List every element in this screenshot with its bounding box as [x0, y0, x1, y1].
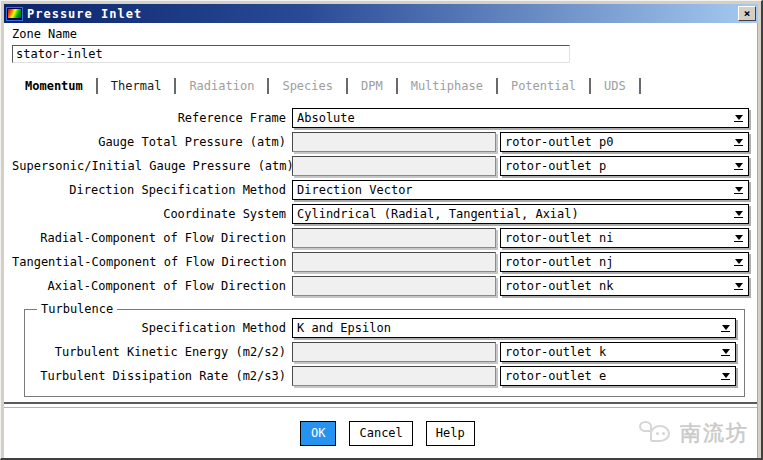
tab-potential: Potential [498, 79, 589, 93]
gauge-total-pressure-atm-input[interactable] [292, 132, 496, 152]
cancel-button[interactable]: Cancel [349, 421, 412, 446]
form-row: Tangential-Component of Flow Directionro… [12, 250, 749, 274]
supersonic-initial-gauge-pressure-atm-label: Supersonic/Initial Gauge Pressure (atm) [12, 159, 292, 173]
zone-name-input[interactable]: stator-inlet [12, 45, 570, 63]
dropdown-arrow-icon[interactable] [720, 349, 731, 356]
gauge-total-pressure-atm-label: Gauge Total Pressure (atm) [12, 135, 292, 149]
turbulent-dissipation-rate-m2-s3-label: Turbulent Dissipation Rate (m2/s3) [33, 369, 292, 383]
tab-radiation: Radiation [176, 79, 267, 93]
form-row: Turbulent Dissipation Rate (m2/s3)rotor-… [33, 364, 736, 388]
turbulence-form: Specification MethodK and EpsilonTurbule… [33, 316, 736, 388]
tab-bar: MomentumThermalRadiationSpeciesDPMMultip… [12, 77, 749, 95]
dialog-body: Zone Name stator-inlet MomentumThermalRa… [4, 23, 758, 458]
watermark-logo-icon [638, 418, 676, 448]
turbulent-dissipation-rate-m2-s3-input[interactable] [292, 366, 496, 386]
form-row: Direction Specification MethodDirection … [12, 178, 749, 202]
selected-value: rotor-outlet ni [505, 231, 729, 245]
turbulent-dissipation-rate-m2-s3-select[interactable]: rotor-outlet e [500, 366, 736, 386]
tab-dpm: DPM [348, 79, 396, 93]
momentum-form: Reference FrameAbsoluteGauge Total Press… [12, 106, 749, 298]
selected-value: K and Epsilon [297, 321, 716, 335]
dropdown-arrow-icon[interactable] [733, 283, 744, 290]
selected-value: rotor-outlet nk [505, 279, 729, 293]
dropdown-arrow-icon[interactable] [733, 211, 744, 218]
turbulent-kinetic-energy-m2-s2-input[interactable] [292, 342, 496, 362]
dropdown-arrow-icon[interactable] [733, 163, 744, 170]
pressure-inlet-dialog: Pressure Inlet × Zone Name stator-inlet … [0, 0, 763, 460]
form-row: Supersonic/Initial Gauge Pressure (atm)r… [12, 154, 749, 178]
form-row: Reference FrameAbsolute [12, 106, 749, 130]
turbulence-group-title: Turbulence [37, 302, 117, 316]
coordinate-system-label: Coordinate System [12, 207, 292, 221]
title-bar[interactable]: Pressure Inlet × [4, 4, 758, 23]
axial-component-of-flow-direction-select[interactable]: rotor-outlet nk [500, 276, 749, 296]
gauge-total-pressure-atm-select[interactable]: rotor-outlet p0 [500, 132, 749, 152]
tangential-component-of-flow-direction-select[interactable]: rotor-outlet nj [500, 252, 749, 272]
axial-component-of-flow-direction-input[interactable] [292, 276, 496, 296]
dropdown-arrow-icon[interactable] [733, 115, 744, 122]
dropdown-arrow-icon[interactable] [720, 373, 731, 380]
dropdown-arrow-icon[interactable] [733, 139, 744, 146]
watermark-text: 南流坊 [680, 419, 749, 447]
tangential-component-of-flow-direction-label: Tangential-Component of Flow Direction [12, 255, 292, 269]
tab-momentum[interactable]: Momentum [12, 79, 96, 93]
tab-uds: UDS [591, 79, 639, 93]
dropdown-arrow-icon[interactable] [733, 235, 744, 242]
reference-frame-label: Reference Frame [12, 111, 292, 125]
selected-value: rotor-outlet e [505, 369, 716, 383]
zone-name-label: Zone Name [12, 27, 749, 43]
turbulence-group: Turbulence Specification MethodK and Eps… [24, 302, 745, 397]
watermark: 南流坊 [638, 418, 749, 448]
tab-separator [639, 78, 641, 94]
help-button[interactable]: Help [426, 421, 475, 446]
supersonic-initial-gauge-pressure-atm-select[interactable]: rotor-outlet p [500, 156, 749, 176]
specification-method-label: Specification Method [33, 321, 292, 335]
form-row: Gauge Total Pressure (atm)rotor-outlet p… [12, 130, 749, 154]
fluent-app-icon [6, 7, 23, 21]
form-row: Axial-Component of Flow Directionrotor-o… [12, 274, 749, 298]
tab-species: Species [269, 79, 346, 93]
radial-component-of-flow-direction-select[interactable]: rotor-outlet ni [500, 228, 749, 248]
footer: OK Cancel Help 南流坊 [4, 408, 757, 458]
dropdown-arrow-icon[interactable] [720, 325, 731, 332]
zone-name-value: stator-inlet [16, 47, 103, 61]
tangential-component-of-flow-direction-input[interactable] [292, 252, 496, 272]
window-title: Pressure Inlet [27, 7, 738, 21]
form-row: Specification MethodK and Epsilon [33, 316, 736, 340]
radial-component-of-flow-direction-input[interactable] [292, 228, 496, 248]
radial-component-of-flow-direction-label: Radial-Component of Flow Direction [12, 231, 292, 245]
selected-value: rotor-outlet k [505, 345, 716, 359]
ok-button[interactable]: OK [300, 421, 336, 446]
selected-value: Cylindrical (Radial, Tangential, Axial) [297, 207, 729, 221]
form-row: Coordinate SystemCylindrical (Radial, Ta… [12, 202, 749, 226]
selected-value: Direction Vector [297, 183, 729, 197]
selected-value: Absolute [297, 111, 729, 125]
tab-thermal[interactable]: Thermal [98, 79, 175, 93]
close-button[interactable]: × [738, 6, 756, 21]
selected-value: rotor-outlet p [505, 159, 729, 173]
axial-component-of-flow-direction-label: Axial-Component of Flow Direction [12, 279, 292, 293]
tab-multiphase: Multiphase [398, 79, 496, 93]
selected-value: rotor-outlet p0 [505, 135, 729, 149]
direction-specification-method-select[interactable]: Direction Vector [292, 180, 749, 200]
coordinate-system-select[interactable]: Cylindrical (Radial, Tangential, Axial) [292, 204, 749, 224]
form-row: Turbulent Kinetic Energy (m2/s2)rotor-ou… [33, 340, 736, 364]
turbulent-kinetic-energy-m2-s2-label: Turbulent Kinetic Energy (m2/s2) [33, 345, 292, 359]
dropdown-arrow-icon[interactable] [733, 259, 744, 266]
turbulent-kinetic-energy-m2-s2-select[interactable]: rotor-outlet k [500, 342, 736, 362]
reference-frame-select[interactable]: Absolute [292, 108, 749, 128]
close-icon: × [744, 7, 751, 20]
form-row: Radial-Component of Flow Directionrotor-… [12, 226, 749, 250]
specification-method-select[interactable]: K and Epsilon [292, 318, 736, 338]
dropdown-arrow-icon[interactable] [733, 187, 744, 194]
direction-specification-method-label: Direction Specification Method [12, 183, 292, 197]
selected-value: rotor-outlet nj [505, 255, 729, 269]
supersonic-initial-gauge-pressure-atm-input[interactable] [292, 156, 496, 176]
